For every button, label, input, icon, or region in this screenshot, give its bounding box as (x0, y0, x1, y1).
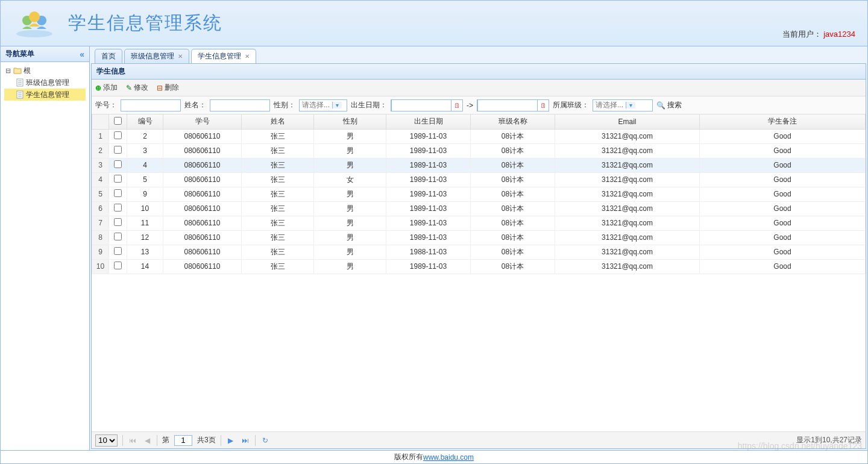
col-id[interactable]: 编号 (127, 114, 163, 129)
close-icon[interactable]: ✕ (178, 53, 183, 60)
sidebar-item-student-mgmt[interactable]: 学生信息管理 (4, 89, 86, 101)
name-input[interactable] (210, 99, 270, 111)
row-checkbox[interactable] (114, 247, 122, 255)
next-page-button[interactable]: ▶ (226, 436, 236, 445)
delete-button[interactable]: ⊟ 删除 (157, 83, 179, 93)
birth-to-input[interactable]: 🗓 (477, 99, 549, 111)
table-row[interactable]: 12080606110张三男1989-11-0308计本31321@qq.com… (92, 129, 866, 143)
col-gender[interactable]: 性别 (314, 114, 386, 129)
cell-sno: 080606110 (163, 129, 242, 143)
document-icon (15, 78, 25, 87)
row-checkbox[interactable] (114, 175, 122, 183)
cell-gender: 男 (314, 245, 386, 259)
cell-remark: Good (700, 129, 866, 143)
svg-point-3 (29, 11, 40, 22)
collapse-icon[interactable]: « (80, 49, 84, 59)
cell-gender: 男 (314, 201, 386, 216)
row-checkbox[interactable] (114, 189, 122, 197)
birth-from-input[interactable]: 🗓 (391, 99, 463, 111)
cell-class: 08计本 (471, 143, 555, 158)
row-checkbox[interactable] (114, 218, 122, 226)
row-number: 7 (92, 216, 109, 230)
table-header-row: 编号 学号 姓名 性别 出生日期 班级名称 Email 学生备注 (92, 114, 866, 129)
cell-birth: 1989-11-03 (386, 216, 471, 230)
cell-name: 张三 (242, 172, 314, 187)
sno-input[interactable] (121, 99, 181, 111)
cell-sno: 080606110 (163, 216, 242, 230)
table-row[interactable]: 23080606110张三男1989-11-0308计本31321@qq.com… (92, 143, 866, 158)
page-size-select[interactable]: 10 (95, 434, 118, 447)
gender-label: 性别： (274, 100, 295, 110)
cell-name: 张三 (242, 201, 314, 216)
page-label-prefix: 第 (162, 435, 169, 445)
add-button[interactable]: ⊕ 添加 (95, 83, 118, 93)
footer-link[interactable]: www.baidu.com (423, 453, 474, 462)
sidebar-item-class-mgmt[interactable]: 班级信息管理 (4, 77, 86, 89)
cell-sno: 080606110 (163, 245, 242, 259)
cell-remark: Good (700, 216, 866, 230)
search-button[interactable]: 🔍 搜索 (656, 100, 682, 110)
cell-gender: 男 (314, 259, 386, 274)
select-all-checkbox[interactable] (114, 117, 122, 125)
row-number: 1 (92, 129, 109, 143)
tree-root[interactable]: ⊟ 根 (4, 64, 86, 77)
tree-collapse-icon[interactable]: ⊟ (4, 67, 11, 75)
footer: 版权所有 www.baidu.com (1, 450, 867, 463)
cell-email: 31321@qq.com (555, 201, 700, 216)
col-name[interactable]: 姓名 (242, 114, 314, 129)
tab-home[interactable]: 首页 (95, 49, 122, 63)
tab-student-mgmt[interactable]: 学生信息管理✕ (191, 49, 256, 63)
table-row[interactable]: 812080606110张三男1989-11-0308计本31321@qq.co… (92, 230, 866, 245)
row-checkbox[interactable] (114, 131, 122, 139)
col-birth[interactable]: 出生日期 (386, 114, 471, 129)
edit-button[interactable]: ✎ 修改 (126, 83, 148, 93)
tab-class-mgmt[interactable]: 班级信息管理✕ (124, 49, 189, 63)
cell-birth: 1989-11-03 (386, 158, 471, 172)
table-row[interactable]: 45080606110张三女1989-11-0308计本31321@qq.com… (92, 172, 866, 187)
row-checkbox[interactable] (114, 160, 122, 168)
prev-page-button[interactable]: ◀ (142, 436, 152, 445)
col-remark[interactable]: 学生备注 (700, 114, 866, 129)
refresh-button[interactable]: ↻ (260, 436, 270, 445)
close-icon[interactable]: ✕ (245, 53, 250, 60)
cell-class: 08计本 (471, 201, 555, 216)
table-row[interactable]: 1014080606110张三男1989-11-0308计本31321@qq.c… (92, 259, 866, 274)
first-page-button[interactable]: ⏮ (128, 436, 137, 445)
row-number: 4 (92, 172, 109, 187)
pagination: 10 ⏮ ◀ 第 共3页 ▶ ⏭ ↻ 显示1到10,共27记录 (92, 431, 866, 448)
cell-sno: 080606110 (163, 259, 242, 274)
row-checkbox[interactable] (114, 204, 122, 212)
col-class[interactable]: 班级名称 (471, 114, 555, 129)
cell-email: 31321@qq.com (555, 216, 700, 230)
table-row[interactable]: 610080606110张三男1989-11-0308计本31321@qq.co… (92, 201, 866, 216)
class-select[interactable]: 请选择... ▾ (593, 99, 653, 111)
row-checkbox[interactable] (114, 233, 122, 240)
cell-name: 张三 (242, 230, 314, 245)
row-checkbox[interactable] (114, 262, 122, 269)
page-input[interactable] (174, 435, 192, 446)
row-checkbox[interactable] (114, 146, 122, 154)
row-number: 2 (92, 143, 109, 158)
cell-class: 08计本 (471, 259, 555, 274)
cell-gender: 男 (314, 216, 386, 230)
col-sno[interactable]: 学号 (163, 114, 242, 129)
cell-email: 31321@qq.com (555, 129, 700, 143)
table-row[interactable]: 59080606110张三男1989-11-0308计本31321@qq.com… (92, 187, 866, 201)
cell-gender: 男 (314, 230, 386, 245)
gender-select[interactable]: 请选择... ▾ (299, 99, 347, 111)
main-area: 首页 班级信息管理✕ 学生信息管理✕ 学生信息 ⊕ 添加 ✎ 修改 ⊟ (90, 46, 867, 450)
cell-sno: 080606110 (163, 230, 242, 245)
calendar-icon[interactable]: 🗓 (538, 102, 549, 109)
table-row[interactable]: 711080606110张三男1989-11-0308计本31321@qq.co… (92, 216, 866, 230)
cell-birth: 1989-11-03 (386, 201, 471, 216)
sidebar-title: 导航菜单 « (1, 46, 89, 62)
cell-id: 2 (127, 129, 163, 143)
table-row[interactable]: 34080606110张三男1989-11-0308计本31321@qq.com… (92, 158, 866, 172)
cell-gender: 女 (314, 172, 386, 187)
pencil-icon: ✎ (126, 84, 132, 92)
table-row[interactable]: 913080606110张三男1988-11-0308计本31321@qq.co… (92, 245, 866, 259)
col-email[interactable]: Email (555, 114, 700, 129)
app-title: 学生信息管理系统 (68, 11, 222, 36)
last-page-button[interactable]: ⏭ (241, 436, 250, 445)
calendar-icon[interactable]: 🗓 (451, 102, 462, 109)
